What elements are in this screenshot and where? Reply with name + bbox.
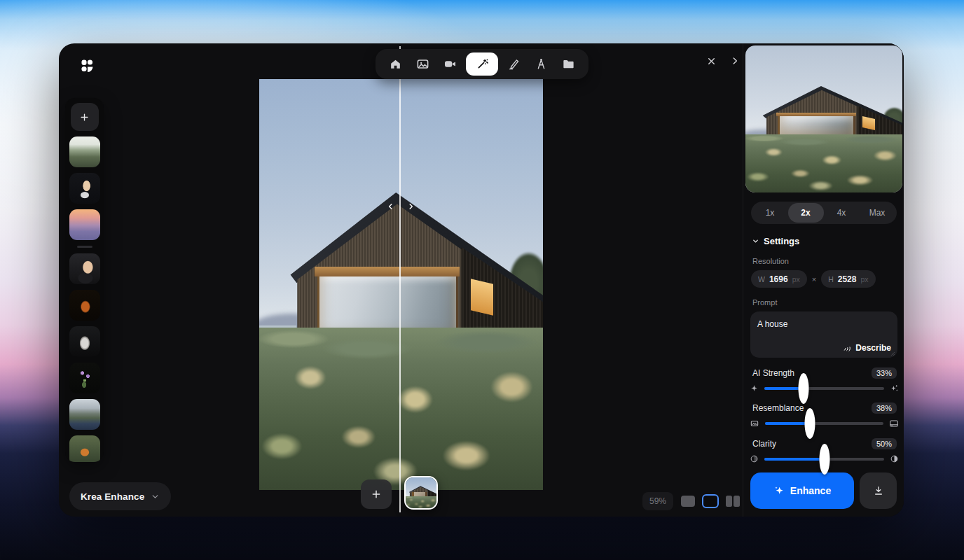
frames-strip bbox=[361, 476, 438, 510]
krea-app-window: Krea Enhance 59% bbox=[59, 43, 904, 517]
chevron-down-icon bbox=[752, 237, 759, 245]
house-thumb bbox=[406, 477, 436, 508]
download-button[interactable] bbox=[860, 472, 897, 509]
ai-strength-slider-group: AI Strength 33% bbox=[745, 368, 902, 393]
train-compass-icon[interactable] bbox=[530, 52, 553, 76]
height-key: H bbox=[828, 275, 834, 284]
multiply-sign: × bbox=[812, 275, 816, 284]
clarity-slider[interactable] bbox=[764, 458, 884, 461]
settings-section-toggle[interactable]: Settings bbox=[752, 236, 902, 246]
thumbnail-purple-flowers[interactable] bbox=[69, 363, 100, 393]
scale-option-4x[interactable]: 4x bbox=[824, 203, 860, 223]
thumbnail-mountain-lake[interactable] bbox=[69, 399, 100, 430]
lit-window bbox=[471, 279, 493, 315]
thumbnail-fox-forest[interactable] bbox=[69, 435, 100, 462]
contrast-low-icon bbox=[750, 454, 759, 463]
ai-strength-value-badge: 33% bbox=[872, 368, 897, 379]
prompt-label: Prompt bbox=[752, 298, 902, 307]
ai-strength-slider-thumb[interactable] bbox=[799, 373, 809, 404]
thumbnail-green-hills[interactable] bbox=[69, 136, 100, 167]
describe-label: Describe bbox=[855, 343, 891, 353]
resize-handle-icon[interactable] bbox=[888, 349, 895, 356]
thumbnail-fox-night[interactable] bbox=[69, 290, 100, 321]
image-large-icon bbox=[889, 419, 899, 428]
settings-label: Settings bbox=[764, 236, 799, 246]
sparkle-max-icon bbox=[890, 384, 899, 393]
chevron-right-icon[interactable] bbox=[726, 52, 744, 70]
height-value: 2528 bbox=[838, 274, 857, 284]
main-toolbar bbox=[376, 49, 588, 79]
chevron-down-icon bbox=[151, 492, 160, 501]
resemblance-slider-thumb[interactable] bbox=[805, 408, 815, 439]
enhance-settings-panel: 1x 2x 4x Max Settings Resolution W 1696 … bbox=[743, 43, 904, 517]
zoom-level-badge[interactable]: 59% bbox=[642, 492, 673, 510]
split-view-icon[interactable] bbox=[702, 494, 719, 508]
scale-option-2x[interactable]: 2x bbox=[788, 203, 824, 223]
close-icon[interactable] bbox=[702, 52, 720, 70]
thumbnail-profile-portrait[interactable] bbox=[69, 173, 100, 204]
assets-folder-icon[interactable] bbox=[557, 52, 580, 76]
grass-tufts bbox=[259, 334, 543, 490]
krea-logo-icon[interactable] bbox=[80, 59, 94, 73]
resemblance-slider[interactable] bbox=[765, 422, 883, 425]
plus-icon bbox=[371, 489, 382, 500]
resemblance-slider-group: Resemblance 38% bbox=[745, 402, 902, 428]
chevron-right-icon bbox=[407, 200, 415, 213]
scale-option-max[interactable]: Max bbox=[860, 203, 895, 223]
resemblance-value-badge: 38% bbox=[872, 402, 897, 414]
ai-strength-label: AI Strength bbox=[752, 368, 794, 378]
canvas-image[interactable] bbox=[259, 79, 543, 490]
chevron-left-icon bbox=[387, 200, 394, 213]
prompt-input[interactable]: A house Describe bbox=[750, 312, 897, 358]
download-icon bbox=[873, 485, 884, 496]
window-lintel bbox=[315, 267, 460, 276]
thumbnail-white-cat[interactable] bbox=[69, 326, 100, 357]
width-value: 1696 bbox=[769, 274, 788, 284]
resolution-inputs: W 1696 px × H 2528 px bbox=[751, 270, 902, 288]
generations-sidebar bbox=[65, 98, 104, 462]
house-photo bbox=[259, 79, 543, 490]
sidebar-divider bbox=[77, 246, 92, 248]
result-preview-image[interactable] bbox=[745, 46, 902, 192]
width-unit: px bbox=[792, 275, 800, 284]
video-icon[interactable] bbox=[439, 52, 462, 76]
thumbnail-sunset-mountains[interactable] bbox=[69, 209, 100, 240]
model-name: Krea Enhance bbox=[81, 491, 144, 502]
add-frame-button[interactable] bbox=[361, 479, 392, 509]
prompt-value: A house bbox=[757, 319, 787, 329]
height-field[interactable]: H 2528 px bbox=[821, 270, 875, 288]
thumbnail-woman-portrait[interactable] bbox=[69, 253, 100, 284]
home-icon[interactable] bbox=[384, 52, 407, 76]
scale-option-1x[interactable]: 1x bbox=[752, 203, 788, 223]
clarity-slider-thumb[interactable] bbox=[819, 444, 829, 475]
compare-slider-line[interactable] bbox=[399, 46, 401, 512]
compare-slider-handle[interactable] bbox=[387, 200, 415, 213]
scribble-icon bbox=[843, 344, 852, 353]
enhance-label: Enhance bbox=[790, 485, 831, 496]
sparkles-icon bbox=[773, 485, 785, 496]
single-view-icon[interactable] bbox=[681, 496, 695, 507]
zoom-level-value: 59% bbox=[649, 496, 666, 506]
width-field[interactable]: W 1696 px bbox=[751, 270, 807, 288]
desktop-background: Krea Enhance 59% bbox=[0, 0, 964, 560]
clarity-value-badge: 50% bbox=[872, 438, 897, 449]
side-by-side-view-icon[interactable] bbox=[726, 496, 740, 507]
enhance-button[interactable]: Enhance bbox=[750, 472, 854, 509]
model-selector-dropdown[interactable]: Krea Enhance bbox=[69, 482, 171, 510]
current-frame-thumbnail[interactable] bbox=[404, 476, 438, 510]
add-image-button[interactable] bbox=[71, 103, 99, 131]
upscale-factor-control: 1x 2x 4x Max bbox=[751, 202, 897, 224]
sparkle-min-icon bbox=[750, 384, 759, 393]
house-preview bbox=[745, 46, 902, 192]
resemblance-label: Resemblance bbox=[752, 403, 804, 413]
height-unit: px bbox=[860, 275, 868, 284]
plus-icon bbox=[79, 112, 90, 122]
describe-button[interactable]: Describe bbox=[843, 343, 891, 353]
ai-strength-slider[interactable] bbox=[764, 387, 884, 390]
gallery-icon[interactable] bbox=[411, 52, 434, 76]
window-controls bbox=[702, 52, 744, 70]
enhance-wand-icon[interactable] bbox=[466, 52, 498, 76]
panel-actions: Enhance bbox=[750, 472, 902, 509]
clarity-slider-group: Clarity 50% bbox=[745, 438, 902, 463]
draw-pen-icon[interactable] bbox=[502, 52, 525, 76]
